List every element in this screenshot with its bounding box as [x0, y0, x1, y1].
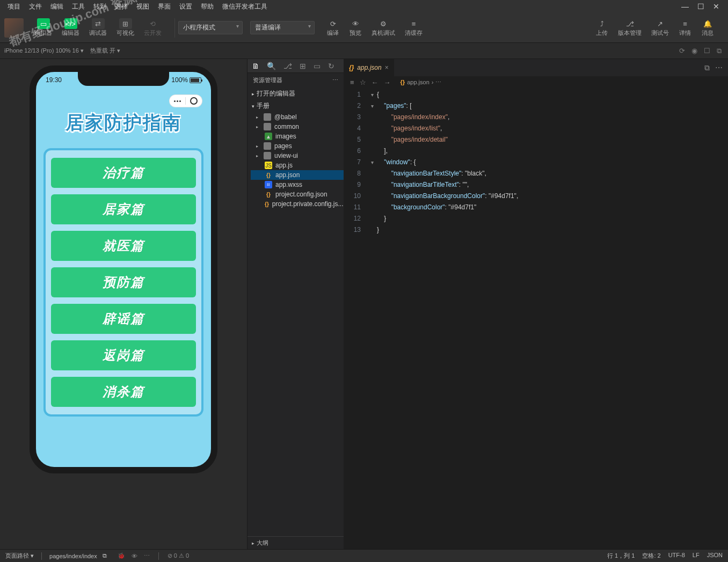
more-icon[interactable]: ⋯	[332, 77, 338, 84]
message-button[interactable]: 🔔消息	[697, 16, 718, 39]
tab-app-json[interactable]: {} app.json ×	[344, 59, 395, 76]
mode-select[interactable]: 小程序模式	[178, 21, 243, 34]
preview-button[interactable]: 👁预览	[345, 16, 366, 39]
tree-item-uview-ui[interactable]: uview-ui	[251, 151, 344, 160]
real-device-button[interactable]: ⚙真机调试	[367, 16, 399, 39]
hot-reload-toggle[interactable]: 热重载 开 ▾	[90, 47, 120, 55]
menu-wechat-devtools[interactable]: 微信开发者工具	[219, 1, 271, 12]
pages-icon[interactable]: ⧉	[717, 47, 722, 55]
split-icon[interactable]: ⧉	[704, 63, 710, 72]
page-path-label[interactable]: 页面路径 ▾	[5, 552, 34, 560]
tree-item-app-json[interactable]: {}app.json	[251, 170, 344, 180]
version-button[interactable]: ⎇版本管理	[614, 16, 646, 39]
run-icon[interactable]: ↻	[328, 62, 334, 70]
copy-icon[interactable]: ⧉	[103, 552, 107, 559]
clear-cache-button[interactable]: ≡清缓存	[401, 16, 427, 39]
minimize-button[interactable]: —	[681, 2, 689, 11]
record-icon[interactable]: ◉	[691, 47, 697, 55]
more-icon[interactable]: ⋯	[144, 552, 150, 559]
menu-project[interactable]: 项目	[4, 1, 24, 12]
files-icon[interactable]: 🗎	[252, 62, 259, 70]
refresh-icon[interactable]: ⟳	[679, 47, 685, 55]
app-title: 居家防护指南	[36, 111, 211, 135]
menu-file[interactable]: 文件	[26, 1, 45, 12]
close-tab-icon[interactable]: ×	[385, 64, 389, 71]
window-controls: — ☐ ✕	[681, 2, 724, 11]
menu-goto[interactable]: 转到	[90, 1, 110, 12]
visual-button[interactable]: ⊞可视化	[112, 16, 139, 39]
avatar[interactable]	[4, 18, 24, 38]
cursor-position[interactable]: 行 1，列 1	[607, 552, 635, 560]
menu-select[interactable]: 选择	[112, 1, 131, 12]
eol[interactable]: LF	[693, 552, 700, 560]
maximize-button[interactable]: ☐	[697, 2, 704, 11]
menu-settings[interactable]: 设置	[176, 1, 195, 12]
compile-mode-select[interactable]: 普通编译	[250, 21, 315, 34]
page-path[interactable]: pages/index/index	[49, 553, 97, 559]
search-icon[interactable]: 🔍	[267, 62, 276, 70]
compile-button[interactable]: ⟳编译	[322, 16, 344, 39]
simulator-button[interactable]: ▭模拟器	[30, 16, 56, 39]
encoding[interactable]: UTF-8	[668, 552, 685, 560]
tree-item-project-private-config-js-[interactable]: {}project.private.config.js...	[251, 199, 344, 209]
cloud-button[interactable]: ⟲云开发	[140, 16, 166, 39]
language[interactable]: JSON	[707, 552, 723, 560]
activity-bar: 🗎 🔍 ⎇ ⊞ ▭ ↻	[247, 59, 344, 73]
explorer-panel: 🗎 🔍 ⎇ ⊞ ▭ ↻ 资源管理器 ⋯ 打开的编辑器 手册 @babelcomm…	[247, 59, 344, 549]
forward-icon[interactable]: →	[384, 78, 391, 86]
tree-item-project-config-json[interactable]: {}project.config.json	[251, 189, 344, 199]
chapter-button[interactable]: 预防篇	[51, 267, 196, 297]
breadcrumb-item[interactable]: app.json	[407, 79, 429, 85]
extensions-icon[interactable]: ⊞	[300, 62, 306, 70]
tree-item-pages[interactable]: pages	[251, 141, 344, 151]
folder-blue-icon	[264, 142, 271, 150]
chapter-button[interactable]: 消杀篇	[51, 377, 196, 407]
outline-section[interactable]: 大纲	[247, 536, 344, 549]
json-icon: {}	[401, 79, 405, 85]
code-editor[interactable]: 12345678910111213 ▾▾▾ { "pages": [ "page…	[344, 88, 728, 236]
wxss-icon: ⌗	[265, 181, 272, 188]
project-section[interactable]: 手册	[247, 100, 344, 112]
test-button[interactable]: ↗测试号	[647, 16, 673, 39]
tree-item--babel[interactable]: @babel	[251, 112, 344, 122]
close-button[interactable]: ✕	[713, 2, 719, 11]
phone-icon[interactable]: ☐	[704, 47, 710, 55]
debugger-button[interactable]: ⇄调试器	[85, 16, 111, 39]
editor-button[interactable]: </>编辑器	[57, 16, 84, 39]
bookmark-icon[interactable]: ☆	[360, 78, 366, 86]
menu-help[interactable]: 帮助	[198, 1, 217, 12]
folder-icon	[264, 152, 271, 159]
bug-icon[interactable]: 🐞	[118, 552, 125, 559]
upload-button[interactable]: ⤴上传	[591, 16, 613, 39]
json-icon: {}	[349, 64, 354, 71]
eye-icon[interactable]: 👁	[132, 553, 137, 559]
tree-item-images[interactable]: ▲images	[251, 132, 344, 141]
back-icon[interactable]: ←	[372, 78, 378, 86]
menu-edit[interactable]: 编辑	[47, 1, 67, 12]
debug-icon[interactable]: ▭	[314, 62, 321, 70]
chapter-button[interactable]: 就医篇	[51, 231, 196, 261]
chapter-button[interactable]: 治疗篇	[51, 158, 196, 188]
folder-icon	[264, 123, 271, 130]
more-icon[interactable]: ⋯	[715, 63, 723, 72]
open-editors-section[interactable]: 打开的编辑器	[247, 87, 344, 100]
device-select[interactable]: iPhone 12/13 (Pro) 100% 16 ▾	[4, 47, 84, 54]
errors-warnings[interactable]: ⊘ 0 ⚠ 0	[168, 552, 189, 559]
branch-icon[interactable]: ⎇	[283, 62, 292, 70]
tree-item-app-wxss[interactable]: ⌗app.wxss	[251, 180, 344, 189]
chapter-button[interactable]: 辟谣篇	[51, 304, 196, 334]
tree-item-label: project.private.config.js...	[272, 200, 344, 208]
chapter-button[interactable]: 居家篇	[51, 194, 196, 224]
tree-item-common[interactable]: common	[251, 122, 344, 132]
chapter-button[interactable]: 返岗篇	[51, 340, 196, 370]
menu-tools[interactable]: 工具	[69, 1, 88, 12]
detail-button[interactable]: ≡详情	[674, 16, 696, 39]
tree-item-app-js[interactable]: JSapp.js	[251, 160, 344, 170]
toolbar: ▭模拟器 </>编辑器 ⇄调试器 ⊞可视化 ⟲云开发 小程序模式 普通编译 ⟳编…	[0, 13, 728, 43]
mp-capsule[interactable]	[169, 94, 202, 107]
list-icon[interactable]: ≡	[350, 78, 354, 86]
menu-view[interactable]: 视图	[133, 1, 152, 12]
indent[interactable]: 空格: 2	[642, 552, 660, 560]
more-icon[interactable]: ⋯	[435, 79, 441, 86]
menu-ui[interactable]: 界面	[155, 1, 174, 12]
